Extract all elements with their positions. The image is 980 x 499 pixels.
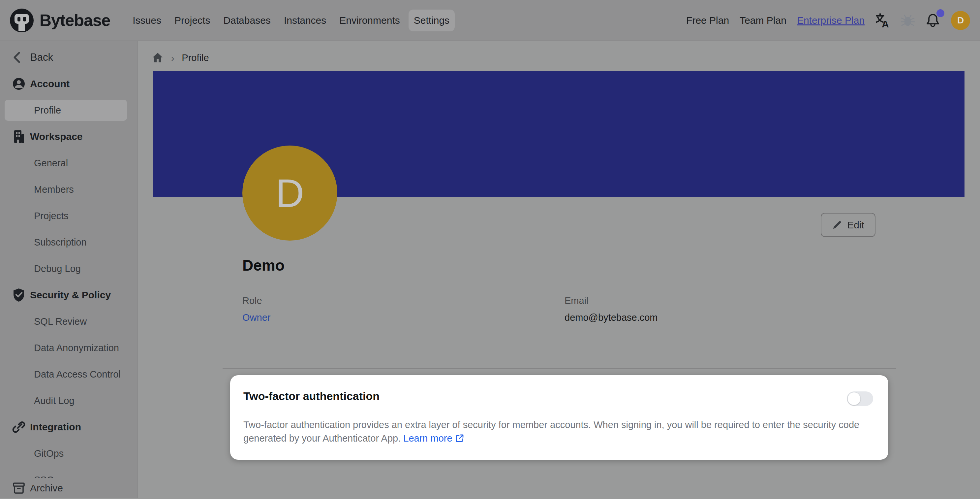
sidebar-item-data-anonymization[interactable]: Data Anonymization: [0, 335, 137, 361]
two-factor-description: Two-factor authentication provides an ex…: [243, 418, 877, 445]
section-integration: Integration: [0, 414, 137, 440]
shield-icon: [12, 288, 26, 302]
sidebar-item-members[interactable]: Members: [0, 176, 137, 202]
nav-item-databases[interactable]: Databases: [219, 10, 275, 31]
section-account: Account: [0, 71, 137, 97]
sidebar-item-sso[interactable]: SSO: [0, 467, 137, 478]
chevron-right-icon: ›: [171, 51, 175, 64]
main-menu: Issues Projects Databases Instances Envi…: [128, 10, 455, 31]
section-security-policy: Security & Policy: [0, 282, 137, 308]
svg-text:A: A: [882, 19, 889, 28]
nav-item-issues[interactable]: Issues: [128, 10, 166, 31]
chevron-left-icon: [10, 51, 24, 64]
toggle-knob: [848, 392, 861, 405]
enterprise-plan-link[interactable]: Enterprise Plan: [797, 15, 865, 26]
sidebar-item-projects[interactable]: Projects: [0, 202, 137, 229]
nav-item-projects[interactable]: Projects: [170, 10, 215, 31]
notification-dot: [937, 9, 944, 17]
sidebar-item-archive[interactable]: Archive: [0, 478, 137, 498]
sidebar-item-subscription[interactable]: Subscription: [0, 229, 137, 255]
profile-fields: Role Owner Email demo@bytebase.com: [242, 295, 887, 323]
external-link-icon: [455, 434, 464, 443]
role-field: Role Owner: [242, 295, 565, 323]
user-icon: [12, 77, 26, 91]
bell-icon[interactable]: [925, 13, 940, 29]
top-nav: Bytebase Issues Projects Databases Insta…: [0, 0, 980, 41]
breadcrumb: › Profile: [152, 49, 209, 66]
sidebar-item-audit-log[interactable]: Audit Log: [0, 387, 137, 414]
team-plan-label: Team Plan: [740, 15, 786, 26]
learn-more-link[interactable]: Learn more: [403, 433, 464, 443]
building-icon: [12, 130, 26, 143]
main-content: › Profile D Edit Demo Role Owner Email d…: [137, 41, 980, 498]
bug-icon[interactable]: [901, 14, 915, 27]
role-label: Role: [242, 295, 565, 306]
profile-name: Demo: [242, 257, 285, 274]
sidebar-item-debug-log[interactable]: Debug Log: [0, 255, 137, 282]
user-avatar[interactable]: D: [951, 11, 970, 30]
back-button[interactable]: Back: [0, 44, 137, 71]
archive-icon: [12, 482, 26, 494]
email-label: Email: [565, 295, 887, 306]
section-workspace: Workspace: [0, 123, 137, 150]
sidebar-item-sql-review[interactable]: SQL Review: [0, 308, 137, 335]
sidebar-item-gitops[interactable]: GitOps: [0, 440, 137, 467]
breadcrumb-current: Profile: [182, 53, 209, 63]
pencil-icon: [832, 220, 842, 230]
nav-item-settings[interactable]: Settings: [409, 10, 455, 31]
bytebase-logo-icon: [10, 9, 33, 32]
sidebar-item-profile[interactable]: Profile: [5, 100, 127, 121]
free-plan-label: Free Plan: [686, 15, 729, 26]
sidebar-item-general[interactable]: General: [0, 150, 137, 176]
back-label: Back: [30, 51, 53, 63]
nav-item-environments[interactable]: Environments: [335, 10, 404, 31]
nav-item-instances[interactable]: Instances: [279, 10, 331, 31]
role-value-link[interactable]: Owner: [242, 312, 565, 323]
link-icon: [12, 420, 26, 434]
home-icon[interactable]: [152, 52, 164, 64]
translate-icon[interactable]: A: [875, 13, 890, 28]
two-factor-card: Two-factor authentication Two-factor aut…: [230, 375, 888, 460]
email-field: Email demo@bytebase.com: [565, 295, 887, 323]
section-divider: [223, 368, 896, 369]
brand-name: Bytebase: [40, 11, 110, 30]
edit-profile-button[interactable]: Edit: [821, 213, 875, 237]
settings-sidebar: Back Account Profile Workspace General M…: [0, 41, 137, 498]
sidebar-item-data-access-control[interactable]: Data Access Control: [0, 361, 137, 387]
nav-right-cluster: Free Plan Team Plan Enterprise Plan A: [686, 11, 970, 30]
profile-avatar: D: [242, 145, 337, 241]
sidebar-scroll-area: Back Account Profile Workspace General M…: [0, 41, 137, 478]
brand[interactable]: Bytebase: [10, 9, 110, 32]
two-factor-title: Two-factor authentication: [243, 390, 380, 403]
edit-label: Edit: [847, 220, 864, 231]
email-value: demo@bytebase.com: [565, 312, 887, 323]
two-factor-toggle[interactable]: [847, 391, 873, 406]
